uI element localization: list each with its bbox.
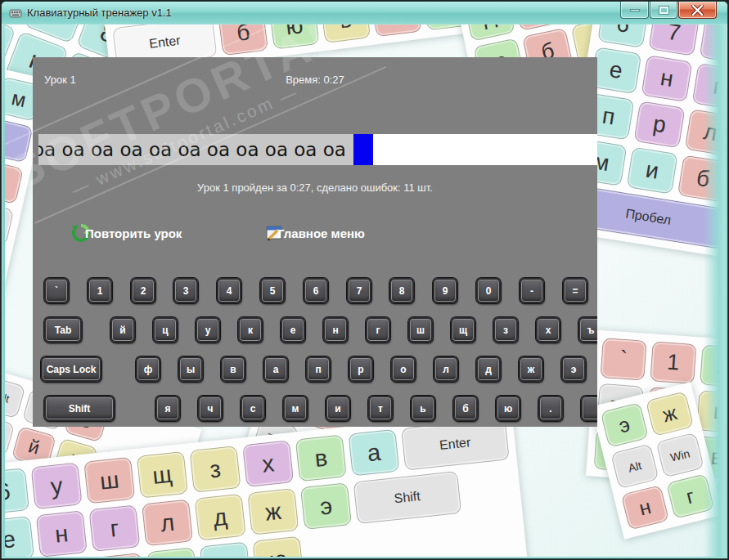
key-е[interactable]: е — [281, 317, 305, 343]
key-л[interactable]: л — [434, 356, 458, 382]
bg-key: н — [36, 510, 88, 557]
bg-key: и — [627, 147, 678, 195]
app-icon — [9, 7, 22, 20]
close-button[interactable] — [678, 2, 717, 19]
lesson-panel: Урок 1 Время: 0:27 оа оа оа оа оа оа оа … — [33, 57, 597, 427]
key-и[interactable]: и — [326, 396, 350, 421]
key--[interactable]: - — [520, 278, 544, 303]
bg-key: 7 — [648, 25, 700, 56]
bg-key: е — [5, 516, 34, 557]
key-ф[interactable]: ф — [136, 356, 160, 382]
bg-key: ` — [5, 159, 24, 204]
bg-key: ь — [321, 25, 371, 43]
key-д[interactable]: д — [476, 356, 501, 382]
key-.[interactable]: . — [538, 396, 563, 421]
bg-key: н — [641, 55, 692, 102]
key-т[interactable]: т — [368, 396, 393, 421]
window-controls — [620, 2, 717, 19]
bg-key: б — [218, 25, 269, 56]
key-ы[interactable]: ы — [178, 356, 203, 382]
bg-key: Shift — [353, 471, 461, 524]
bg-key: г — [88, 504, 140, 552]
key-я[interactable]: я — [155, 396, 180, 421]
key-ц[interactable]: ц — [153, 317, 178, 343]
key-у[interactable]: у — [196, 317, 220, 343]
bg-key: э — [601, 402, 649, 448]
key-blank[interactable] — [581, 396, 597, 421]
key-г[interactable]: г — [366, 317, 390, 343]
key-ю[interactable]: ю — [496, 396, 520, 421]
key-п[interactable]: п — [306, 356, 331, 382]
background-teal-strip — [704, 25, 726, 557]
key-щ[interactable]: щ — [451, 317, 475, 343]
key-а[interactable]: а — [263, 356, 288, 382]
bg-key: р — [633, 101, 685, 148]
key-`[interactable]: ` — [44, 278, 69, 303]
bg-key: д — [195, 494, 246, 541]
key-tab[interactable]: Tab — [44, 317, 82, 343]
bg-key: Alt — [610, 444, 659, 490]
virtual-keyboard: `1234567890-=TabйцукенгшщзхъCaps Lockфыв… — [33, 57, 597, 427]
maximize-icon — [659, 7, 668, 14]
key-о[interactable]: о — [391, 356, 416, 382]
bg-key: 6 — [5, 468, 29, 515]
key-р[interactable]: р — [349, 356, 373, 382]
bg-key: в — [295, 434, 347, 482]
key-=[interactable]: = — [563, 278, 587, 303]
minimize-icon — [630, 9, 640, 11]
bg-key: 1 — [650, 341, 696, 384]
bg-key: з — [189, 446, 241, 493]
key-в[interactable]: в — [221, 356, 245, 382]
key-х[interactable]: х — [536, 317, 560, 343]
key-м[interactable]: м — [283, 396, 308, 421]
key-6[interactable]: 6 — [304, 278, 328, 303]
bg-key: т — [371, 25, 422, 37]
window-content: 678енгпмбзхъжэ234Enterбюьтимдлорюбьтм`щц… — [5, 25, 726, 557]
maximize-button[interactable] — [650, 2, 677, 19]
key-2[interactable]: 2 — [131, 278, 155, 303]
key-й[interactable]: й — [110, 317, 135, 343]
key-з[interactable]: з — [493, 317, 518, 343]
key-э[interactable]: э — [561, 356, 586, 382]
bg-key: щ — [5, 201, 14, 246]
bg-key: а — [348, 429, 399, 477]
key-7[interactable]: 7 — [347, 278, 371, 303]
key-5[interactable]: 5 — [260, 278, 285, 303]
key-н[interactable]: н — [323, 317, 348, 343]
key-shift[interactable]: Shift — [44, 396, 115, 421]
bg-key: е — [590, 47, 641, 94]
window-title: Клавиатурный тренажер v1.1 — [27, 7, 172, 19]
bg-key: ю — [252, 536, 304, 557]
key-4[interactable]: 4 — [217, 278, 241, 303]
key-ш[interactable]: ш — [408, 317, 433, 343]
bg-key: х — [242, 440, 294, 487]
bg-key: ю — [146, 547, 198, 557]
bg-key: ь — [200, 541, 251, 557]
bg-key: н — [621, 485, 669, 531]
key-1[interactable]: 1 — [88, 278, 112, 303]
key-ж[interactable]: ж — [519, 356, 543, 382]
key-9[interactable]: 9 — [433, 278, 457, 303]
close-icon — [691, 5, 704, 16]
key-0[interactable]: 0 — [476, 278, 501, 303]
bg-key: э — [300, 482, 352, 530]
key-ь[interactable]: ь — [411, 396, 435, 421]
app-window: Клавиатурный тренажер v1.1 678енгпмбзхъж… — [1, 1, 728, 559]
key-8[interactable]: 8 — [389, 278, 414, 303]
bg-key: ж — [646, 391, 694, 437]
key-caps-lock[interactable]: Caps Lock — [41, 356, 101, 382]
bg-key: ю — [269, 25, 320, 50]
key-к[interactable]: к — [238, 317, 263, 343]
key-с[interactable]: с — [241, 396, 265, 421]
key-б[interactable]: б — [453, 396, 478, 421]
bg-key: у — [31, 462, 83, 509]
key-3[interactable]: 3 — [173, 278, 198, 303]
key-ъ[interactable]: ъ — [578, 317, 597, 343]
minimize-button[interactable] — [620, 2, 649, 19]
title-bar[interactable]: Клавиатурный тренажер v1.1 — [2, 2, 727, 24]
bg-key: б — [94, 553, 146, 557]
bg-key: Win — [655, 432, 704, 478]
bg-key: щ — [137, 451, 188, 499]
key-ч[interactable]: ч — [198, 396, 223, 421]
bg-key: ж — [247, 488, 299, 535]
